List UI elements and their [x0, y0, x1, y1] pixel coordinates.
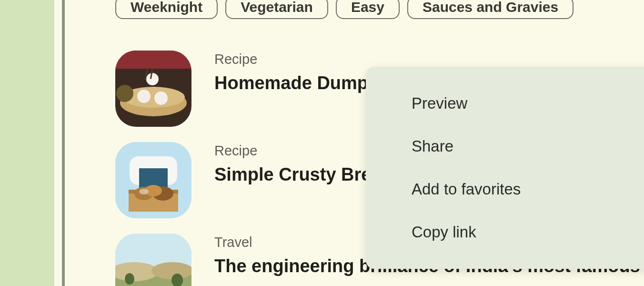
chip-easy[interactable]: Easy	[336, 0, 400, 19]
sidebar-accent	[0, 0, 54, 286]
main-content: Weeknight Vegetarian Easy Sauces and Gra…	[65, 0, 644, 286]
filter-chips-row: Weeknight Vegetarian Easy Sauces and Gra…	[115, 0, 644, 19]
svg-rect-19	[115, 234, 191, 267]
svg-point-4	[154, 92, 168, 105]
svg-point-8	[116, 85, 133, 102]
svg-point-27	[125, 273, 134, 285]
sidebar-divider	[54, 0, 65, 286]
chip-weeknight[interactable]: Weeknight	[115, 0, 218, 19]
item-category: Recipe	[214, 51, 411, 67]
article-thumbnail	[115, 234, 191, 286]
menu-item-preview[interactable]: Preview	[366, 82, 644, 125]
svg-rect-9	[115, 51, 191, 69]
menu-item-add-to-favorites[interactable]: Add to favorites	[366, 168, 644, 211]
svg-point-5	[146, 73, 159, 85]
recipe-thumbnail	[115, 142, 191, 218]
chip-sauces-and-gravies[interactable]: Sauces and Gravies	[407, 0, 574, 19]
menu-item-share[interactable]: Share	[366, 125, 644, 168]
svg-point-22	[151, 262, 191, 279]
recipe-thumbnail	[115, 51, 191, 127]
svg-point-18	[139, 189, 149, 194]
context-menu: Preview Share Add to favorites Copy link	[366, 67, 644, 269]
menu-item-copy-link[interactable]: Copy link	[366, 211, 644, 254]
chip-vegetarian[interactable]: Vegetarian	[225, 0, 328, 19]
svg-point-3	[137, 90, 151, 103]
